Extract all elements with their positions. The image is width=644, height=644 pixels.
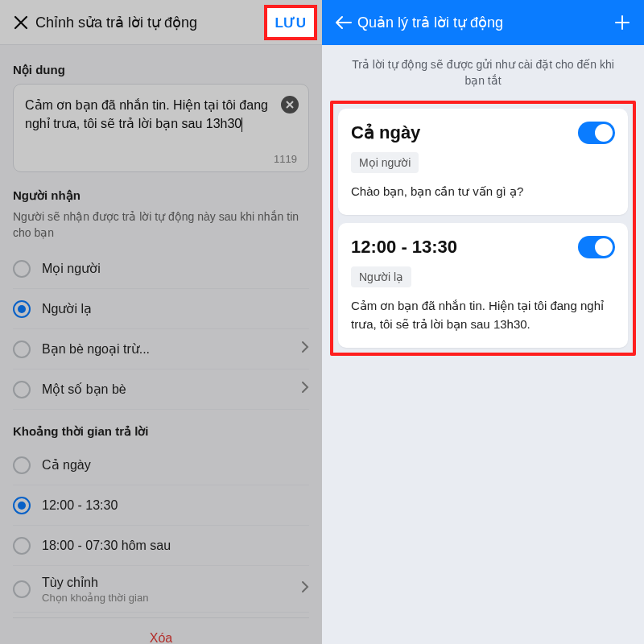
recipient-tag: Người lạ (351, 266, 411, 287)
save-button-highlight: LƯU (264, 5, 317, 40)
autoreply-card-12-1330[interactable]: 12:00 - 13:30 Người lạ Cảm ơn bạn đã nhắ… (338, 223, 628, 348)
right-header: Quản lý trả lời tự động (322, 0, 644, 45)
toggle-switch[interactable] (578, 236, 615, 258)
cards-highlight: Cả ngày Mọi người Chào bạn, bạn cần tư v… (330, 101, 636, 357)
toggle-switch[interactable] (578, 122, 615, 144)
recipient-tag: Mọi người (351, 152, 419, 173)
left-content: Nội dung Cảm ơn bạn đã nhắn tin. Hiện tạ… (0, 45, 322, 644)
card-title: Cả ngày (351, 122, 578, 143)
edit-autoreply-pane: Chỉnh sửa trả lời tự động LƯU Nội dung C… (0, 0, 322, 644)
message-textarea[interactable]: Cảm ơn bạn đã nhắn tin. Hiện tại tôi đan… (13, 84, 309, 172)
recipient-option-strangers[interactable]: Người lạ (13, 289, 309, 329)
time-option-12-1330[interactable]: 12:00 - 13:30 (13, 485, 309, 526)
chevron-right-icon (301, 580, 309, 597)
time-option-18-0730[interactable]: 18:00 - 07:30 hôm sau (13, 526, 309, 566)
chevron-right-icon (301, 381, 309, 398)
add-icon[interactable] (609, 9, 636, 36)
close-icon[interactable] (6, 8, 35, 37)
radio-icon (13, 537, 31, 555)
recipient-option-some-friends[interactable]: Một số bạn bè (13, 369, 309, 410)
radio-icon (13, 381, 31, 398)
radio-icon (13, 456, 31, 474)
recipient-option-friends-except[interactable]: Bạn bè ngoại trừ... (13, 329, 309, 369)
save-button[interactable]: LƯU (275, 14, 306, 31)
chevron-right-icon (301, 341, 309, 357)
clear-icon[interactable] (281, 96, 299, 114)
recipients-subtext: Người sẽ nhận được trả lời tự động này s… (13, 209, 309, 241)
radio-icon (13, 580, 31, 598)
card-message: Cảm ơn bạn đã nhắn tin. Hiện tại tôi đan… (351, 297, 615, 333)
section-time-label: Khoảng thời gian trả lời (13, 424, 309, 439)
time-option-custom[interactable]: Tùy chỉnh Chọn khoảng thời gian (13, 566, 309, 613)
right-description: Trả lời tự động sẽ được gửi như cài đặt … (322, 45, 644, 97)
radio-icon (13, 300, 31, 318)
section-recipients-label: Người nhận (13, 188, 309, 203)
radio-icon (13, 260, 31, 278)
right-title: Quản lý trả lời tự động (357, 14, 609, 31)
radio-icon (13, 341, 31, 358)
recipient-option-everyone[interactable]: Mọi người (13, 249, 309, 289)
time-option-allday[interactable]: Cả ngày (13, 445, 309, 485)
back-icon[interactable] (330, 9, 357, 36)
radio-icon (13, 497, 31, 514)
card-message: Chào bạn, bạn cần tư vấn gì ạ? (351, 183, 615, 201)
section-content-label: Nội dung (13, 63, 309, 77)
delete-row: Xóa (13, 618, 309, 644)
char-counter: 1119 (274, 153, 297, 165)
delete-button[interactable]: Xóa (150, 631, 172, 644)
manage-autoreply-pane: Quản lý trả lời tự động Trả lời tự động … (322, 0, 644, 644)
card-title: 12:00 - 13:30 (351, 237, 578, 258)
message-text: Cảm ơn bạn đã nhắn tin. Hiện tại tôi đan… (25, 98, 268, 130)
autoreply-card-allday[interactable]: Cả ngày Mọi người Chào bạn, bạn cần tư v… (338, 109, 628, 216)
